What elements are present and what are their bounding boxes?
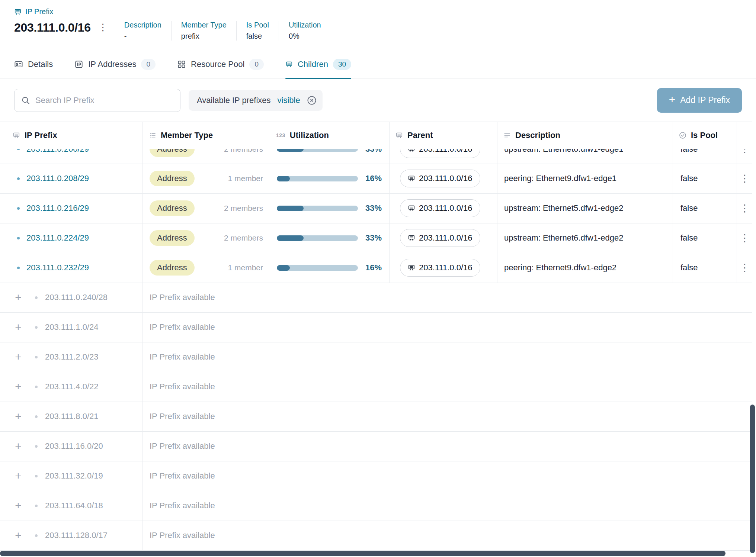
breadcrumb[interactable]: IP Prefix	[14, 7, 53, 16]
prefix-icon	[408, 149, 415, 153]
description-cell: peering: Ethernet9.dfw1-edge2	[497, 253, 673, 283]
search-input[interactable]	[35, 96, 173, 105]
prefix-cell: 203.111.0.208/29	[0, 164, 143, 193]
member-count: 1 member	[228, 263, 263, 272]
utilization-bar	[277, 265, 358, 271]
prefix-link[interactable]: 203.111.0.224/29	[26, 233, 89, 243]
row-menu-button[interactable]: ⋮	[737, 232, 752, 245]
tab-label: Children	[298, 59, 328, 69]
children-table: IP PrefixMember Type123UtilizationParent…	[0, 122, 752, 551]
column-header-ip-prefix[interactable]: IP Prefix	[0, 122, 143, 149]
parent-label: 203.111.0.0/16	[419, 174, 472, 183]
tab-ip-addresses[interactable]: IP Addresses0	[74, 59, 156, 78]
prefix-icon	[408, 264, 415, 271]
horizontal-scrollbar-thumb[interactable]	[0, 551, 725, 556]
utilization-bar	[277, 149, 358, 152]
tab-resource-pool[interactable]: Resource Pool0	[177, 59, 264, 78]
filter-remove-button[interactable]	[307, 96, 317, 105]
member-type-cell: Address2 members	[143, 223, 270, 253]
prefix-cell: +203.111.32.0/19	[0, 461, 143, 491]
prefix-icon	[13, 132, 20, 139]
title-menu-button[interactable]: ⋮	[98, 22, 108, 32]
tab-label: IP Addresses	[88, 59, 136, 69]
title-row: 203.111.0.0/16 ⋮ Description-Member Type…	[14, 21, 742, 48]
prefix-cell: 203.111.0.224/29	[0, 223, 143, 253]
row-menu-button[interactable]: ⋮	[737, 149, 752, 156]
member-type-cell: Address1 member	[143, 164, 270, 193]
parent-link[interactable]: 203.111.0.0/16	[400, 259, 480, 277]
parent-label: 203.111.0.0/16	[419, 149, 472, 154]
available-row: +203.111.16.0/20IP Prefix available	[0, 432, 752, 461]
vertical-scrollbar-thumb[interactable]	[750, 405, 755, 553]
utilization-cell: 16%	[270, 253, 390, 283]
prefix-link[interactable]: 203.111.0.216/29	[26, 203, 89, 213]
add-available-prefix-button[interactable]: +	[13, 470, 23, 482]
utilization-value: 33%	[365, 149, 382, 154]
column-header-utilization[interactable]: 123Utilization	[270, 122, 390, 149]
prefix-icon	[395, 132, 403, 139]
status-dot	[35, 415, 38, 418]
row-menu-button[interactable]: ⋮	[737, 172, 752, 185]
parent-cell: 203.111.0.0/16	[390, 194, 497, 223]
actions-cell: ⋮	[737, 164, 752, 193]
prefix-link[interactable]: 203.111.0.232/29	[26, 263, 89, 273]
description-cell: upstream: Ethernet6.dfw1-edge1	[497, 149, 673, 164]
parent-link[interactable]: 203.111.0.0/16	[400, 199, 480, 217]
meta-description: Description-	[115, 21, 171, 41]
tab-details[interactable]: Details	[14, 59, 53, 78]
search-box[interactable]	[14, 89, 180, 112]
column-header-description[interactable]: Description	[497, 122, 673, 149]
member-type-badge: Address	[150, 171, 195, 186]
meta-label: Description	[124, 21, 161, 29]
add-available-prefix-button[interactable]: +	[13, 351, 23, 363]
column-header-is-pool[interactable]: Is Pool	[673, 122, 737, 149]
prefix-link[interactable]: 203.111.0.200/29	[26, 149, 89, 154]
member-count: 1 member	[228, 174, 263, 183]
status-dot	[35, 356, 38, 358]
add-available-prefix-button[interactable]: +	[13, 381, 23, 392]
add-available-prefix-button[interactable]: +	[13, 322, 23, 333]
add-available-prefix-button[interactable]: +	[13, 292, 23, 303]
check-circle-icon	[679, 132, 686, 139]
add-ip-prefix-label: Add IP Prefix	[680, 95, 730, 105]
card-icon	[14, 60, 23, 69]
toolbar: Available IP prefixes visible + Add IP P…	[0, 78, 756, 122]
tab-label: Details	[28, 59, 53, 69]
meta-label: Utilization	[289, 21, 321, 29]
row-menu-button[interactable]: ⋮	[737, 202, 752, 215]
prefix-cell: +203.111.8.0/21	[0, 402, 143, 431]
available-prefix-label: 203.111.32.0/19	[45, 471, 103, 481]
tab-children[interactable]: Children30	[285, 59, 351, 78]
column-header-member-type[interactable]: Member Type	[143, 122, 270, 149]
add-available-prefix-button[interactable]: +	[13, 411, 23, 422]
add-available-prefix-button[interactable]: +	[13, 441, 23, 452]
row-menu-button[interactable]: ⋮	[737, 261, 752, 274]
parent-link[interactable]: 203.111.0.0/16	[400, 170, 480, 187]
column-header-label: Utilization	[290, 131, 329, 140]
parent-cell: 203.111.0.0/16	[390, 149, 497, 164]
add-available-prefix-button[interactable]: +	[13, 500, 23, 511]
status-dot	[35, 475, 38, 477]
circle-x-icon	[307, 96, 317, 105]
prefix-link[interactable]: 203.111.0.208/29	[26, 174, 89, 183]
table-row: 203.111.0.208/29Address1 member16%203.11…	[0, 164, 752, 194]
member-type-cell: Address2 members	[143, 149, 270, 164]
parent-link[interactable]: 203.111.0.0/16	[400, 229, 480, 247]
prefix-icon	[408, 175, 415, 182]
column-header-label: Is Pool	[691, 131, 718, 140]
utilization-cell: 33%	[270, 194, 390, 223]
available-note: IP Prefix available	[143, 313, 752, 342]
filter-chip-value: visible	[278, 96, 300, 105]
parent-cell: 203.111.0.0/16	[390, 164, 497, 193]
meta-value: 0%	[289, 32, 321, 41]
member-count: 2 members	[224, 149, 263, 154]
is-pool-cell: false	[673, 223, 737, 253]
member-type-cell: Address1 member	[143, 253, 270, 283]
available-note: IP Prefix available	[143, 283, 752, 312]
column-header-parent[interactable]: Parent	[390, 122, 497, 149]
add-ip-prefix-button[interactable]: + Add IP Prefix	[657, 88, 742, 113]
parent-link[interactable]: 203.111.0.0/16	[400, 149, 480, 158]
available-row: +203.111.1.0/24IP Prefix available	[0, 313, 752, 342]
meta-value: -	[124, 32, 161, 41]
add-available-prefix-button[interactable]: +	[13, 530, 23, 541]
